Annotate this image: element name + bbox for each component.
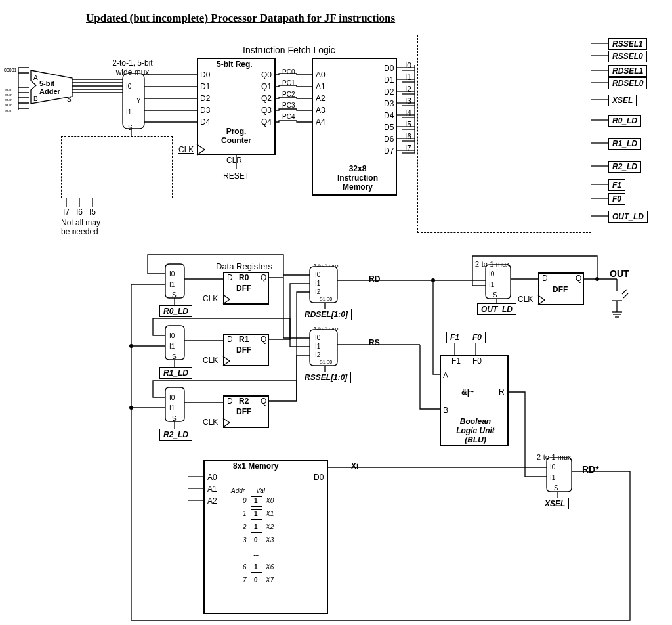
r1-mux-i0: I0 (169, 332, 175, 339)
blu-name: Boolean Logic Unit (BLU) (454, 417, 497, 444)
blu-f0: F0 (472, 356, 482, 366)
xsel-s: S (554, 485, 558, 492)
reg5-progcounter: Prog. Counter (215, 127, 257, 145)
rd-i2: I2 (315, 288, 320, 295)
mr7vt: 0 (254, 576, 258, 584)
imem-name: 32x8 Instruction Memory (331, 164, 384, 192)
tiny-00001: 00001 (4, 68, 16, 72)
r1-d: D (227, 335, 233, 344)
mr7a: 7 (243, 576, 247, 584)
i5-lbl: I5 (89, 207, 96, 217)
mr2a: 2 (243, 523, 247, 530)
mr2vt: 1 (254, 523, 258, 530)
r0-name: R0 (239, 273, 249, 282)
i4: I4 (405, 108, 411, 118)
reg5-d1: D1 (200, 82, 210, 91)
mux5-y: Y (136, 97, 141, 104)
svg-point-76 (129, 344, 133, 348)
pc1: PC1 (282, 79, 295, 87)
r0-dff: DFF (236, 284, 251, 293)
sig-r2ld: R2_LD (608, 161, 641, 173)
rs-mux-caption: 3-to-1 mux (314, 326, 339, 332)
i0: I0 (405, 61, 411, 70)
r2-ld-box: R2_LD (159, 429, 192, 441)
imem-d1: D1 (384, 75, 394, 85)
mem-val-hdr: Val (256, 487, 265, 494)
out-q: Q (576, 274, 581, 283)
mr0x: X0 (266, 497, 274, 504)
out-ctrl-box: OUT_LD (477, 303, 516, 315)
imem-a0: A0 (316, 70, 326, 79)
reg5-q0: Q0 (261, 70, 272, 79)
rd-sel: S1,S0 (320, 297, 332, 301)
r2-mux-s: S (172, 415, 177, 422)
mr0vt: 1 (254, 497, 258, 504)
sig-rssel1: RSSEL1 (608, 38, 647, 50)
mr3x: X3 (266, 536, 274, 544)
sig-rdsel0: RDSEL0 (608, 77, 647, 89)
r0-d: D (227, 273, 233, 282)
reg5-q3: Q3 (261, 106, 272, 115)
rs-i2: I2 (315, 351, 320, 358)
out-i1: I1 (489, 281, 494, 288)
r1-mux-i1: I1 (169, 343, 175, 350)
i5: I5 (405, 120, 411, 129)
r2-d: D (227, 397, 233, 406)
r1-clk: CLK (203, 356, 218, 365)
mux5-s: S (128, 124, 133, 131)
out-label: OUT (610, 269, 629, 279)
r0-mux-i1: I1 (169, 281, 175, 288)
rs-sel: S1,S0 (320, 360, 332, 364)
r0-q: Q (261, 273, 266, 282)
blu-f1: F1 (452, 356, 461, 366)
out-mux-caption: 2-to-1 mux (475, 260, 510, 268)
tiny-sum1: sum (5, 87, 12, 91)
imem-d2: D2 (384, 87, 394, 97)
xsel-i1: I1 (550, 474, 555, 481)
xsel-mux-caption: 2-to-1 mux (537, 453, 572, 461)
r2-mux-i1: I1 (169, 404, 175, 412)
i1: I1 (405, 73, 411, 82)
sig-f0: F0 (608, 193, 625, 205)
mr1x: X1 (266, 510, 274, 517)
sig-f1: F1 (608, 179, 625, 191)
mr1vt: 1 (254, 510, 258, 517)
mux5-i1: I1 (126, 108, 131, 116)
rs-label: RS (369, 338, 380, 347)
sig-rdsel1: RDSEL1 (608, 65, 647, 77)
reg5-clk: CLK (178, 145, 194, 154)
svg-line-71 (623, 293, 628, 298)
out-dff-lbl: DFF (553, 285, 568, 294)
r0-mux-i0: I0 (169, 270, 175, 278)
blu-r: R (499, 387, 505, 397)
blu-b: B (443, 406, 448, 415)
tiny-sum4: sum (5, 103, 12, 107)
pc4: PC4 (282, 113, 295, 120)
reg5-d2: D2 (200, 94, 210, 103)
adder-name: 5-bit Adder (39, 79, 60, 95)
r2-mux-i0: I0 (169, 394, 175, 401)
blu-f1-top: F1 (446, 332, 463, 343)
r1-dff: DFF (236, 345, 251, 355)
sig-r1ld: R1_LD (608, 138, 641, 150)
rs-i1: I1 (315, 343, 320, 350)
dashed-extra-logic (61, 136, 173, 198)
mr-dots: ... (253, 550, 259, 557)
rs-ctrl-box: RSSEL[1:0] (301, 372, 351, 383)
r1-q: Q (261, 335, 266, 344)
i7-lbl: I7 (63, 207, 70, 217)
reg5-q4: Q4 (261, 118, 272, 127)
mux5-caption: 2-to-1, 5-bit wide mux (103, 58, 162, 77)
sig-r0ld: R0_LD (608, 115, 641, 127)
imem-d3: D3 (384, 99, 394, 108)
mr3vt: 0 (254, 536, 258, 544)
page-title: Updated (but incomplete) Processor Datap… (86, 12, 395, 25)
adder-s: S (67, 96, 72, 103)
i6-lbl: I6 (76, 207, 83, 217)
mr3a: 3 (243, 536, 247, 544)
mem-a2: A2 (207, 496, 217, 506)
mem-a1: A1 (207, 485, 217, 494)
svg-point-77 (129, 406, 133, 410)
mux5-i0: I0 (126, 83, 131, 90)
dashed-note: Not all may be needed (61, 218, 100, 236)
